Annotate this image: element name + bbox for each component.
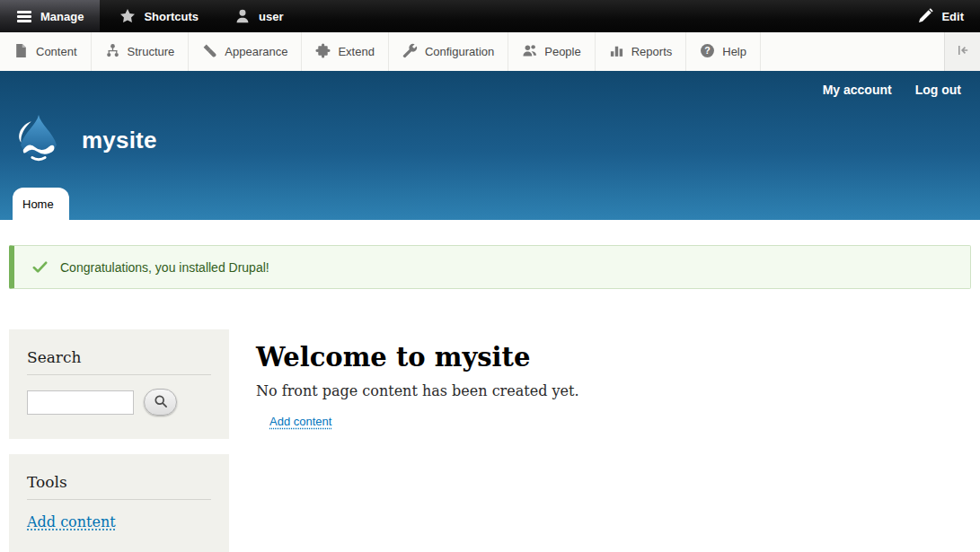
my-account-link[interactable]: My account <box>823 83 892 97</box>
user-icon <box>234 8 251 24</box>
tray-tab-content[interactable]: Content <box>0 32 92 71</box>
status-message-text: Congratulations, you installed Drupal! <box>60 260 269 275</box>
primary-tabs: Home <box>13 188 69 220</box>
main-content: Welcome to mysite No front page content … <box>256 329 579 429</box>
puzzle-icon <box>315 43 331 61</box>
wrench-icon <box>402 43 418 61</box>
tray-tab-label: Content <box>36 45 77 58</box>
add-content-action-link[interactable]: Add content <box>269 415 331 428</box>
search-form <box>27 389 211 416</box>
toolbar-tray: Content Structure Appearance Extend Conf… <box>0 32 980 71</box>
block-divider <box>27 499 211 500</box>
search-block: Search <box>9 329 229 439</box>
tray-tab-label: Extend <box>338 45 374 58</box>
file-icon <box>13 43 29 61</box>
tray-collapse-button[interactable] <box>944 32 980 71</box>
edit-label: Edit <box>941 10 964 23</box>
tray-tab-label: Structure <box>128 45 175 58</box>
page-title: Welcome to mysite <box>256 342 579 372</box>
sitemap-icon <box>105 43 120 61</box>
tray-tab-appearance[interactable]: Appearance <box>189 32 302 71</box>
shortcuts-label: Shortcuts <box>144 10 199 23</box>
question-icon: ? <box>700 43 715 61</box>
search-submit-button[interactable] <box>144 389 177 416</box>
edit-button[interactable]: Edit <box>901 0 980 32</box>
people-icon <box>522 43 537 61</box>
site-branding: mysite <box>13 114 157 166</box>
tray-tab-reports[interactable]: Reports <box>596 32 687 71</box>
admin-bar-spacer <box>300 0 902 32</box>
drupal-logo[interactable] <box>13 114 65 166</box>
search-input[interactable] <box>27 390 134 415</box>
tools-add-content-link[interactable]: Add content <box>27 513 116 530</box>
tray-tab-label: Help <box>722 45 746 58</box>
admin-menu-shortcuts[interactable]: Shortcuts <box>103 0 215 32</box>
tray-tab-label: Appearance <box>225 45 287 58</box>
block-divider <box>27 374 211 375</box>
secondary-menu: My account Log out <box>823 83 961 97</box>
tray-tab-label: Configuration <box>425 45 494 58</box>
log-out-link[interactable]: Log out <box>915 83 961 97</box>
search-icon <box>154 394 168 411</box>
admin-toolbar: Manage Shortcuts user Edit <box>0 0 980 32</box>
tray-tab-extend[interactable]: Extend <box>302 32 388 71</box>
tray-spacer <box>761 32 944 71</box>
tray-tab-help[interactable]: ? Help <box>686 32 761 71</box>
empty-frontpage-text: No front page content has been created y… <box>256 382 579 399</box>
checkmark-icon <box>32 259 48 275</box>
tab-home[interactable]: Home <box>13 188 69 220</box>
tray-tab-structure[interactable]: Structure <box>92 32 190 71</box>
hamburger-icon <box>16 8 32 24</box>
admin-menu-user[interactable]: user <box>218 0 299 32</box>
layout-columns: Search Tools Add content Welcome to mysi… <box>9 329 971 552</box>
admin-menu-manage[interactable]: Manage <box>0 0 100 32</box>
tray-tab-configuration[interactable]: Configuration <box>389 32 508 71</box>
manage-label: Manage <box>40 10 84 23</box>
sidebar-first: Search Tools Add content <box>9 329 229 552</box>
collapse-left-icon <box>956 43 970 61</box>
paintbrush-icon <box>202 43 217 61</box>
highlighted-region: Congratulations, you installed Drupal! <box>0 220 980 289</box>
star-icon <box>119 8 136 24</box>
bar-chart-icon <box>609 43 624 61</box>
tray-tab-label: People <box>544 45 580 58</box>
tools-block-title: Tools <box>27 473 211 491</box>
tray-tab-people[interactable]: People <box>508 32 595 71</box>
site-header: My account Log out mysite Home <box>0 71 980 220</box>
search-block-title: Search <box>27 348 211 366</box>
pencil-icon <box>917 8 933 24</box>
user-label: user <box>259 10 283 23</box>
tray-tab-label: Reports <box>631 45 673 58</box>
site-name[interactable]: mysite <box>82 127 157 154</box>
svg-text:?: ? <box>705 45 711 56</box>
status-message: Congratulations, you installed Drupal! <box>9 245 971 289</box>
tools-block: Tools Add content <box>9 454 229 552</box>
